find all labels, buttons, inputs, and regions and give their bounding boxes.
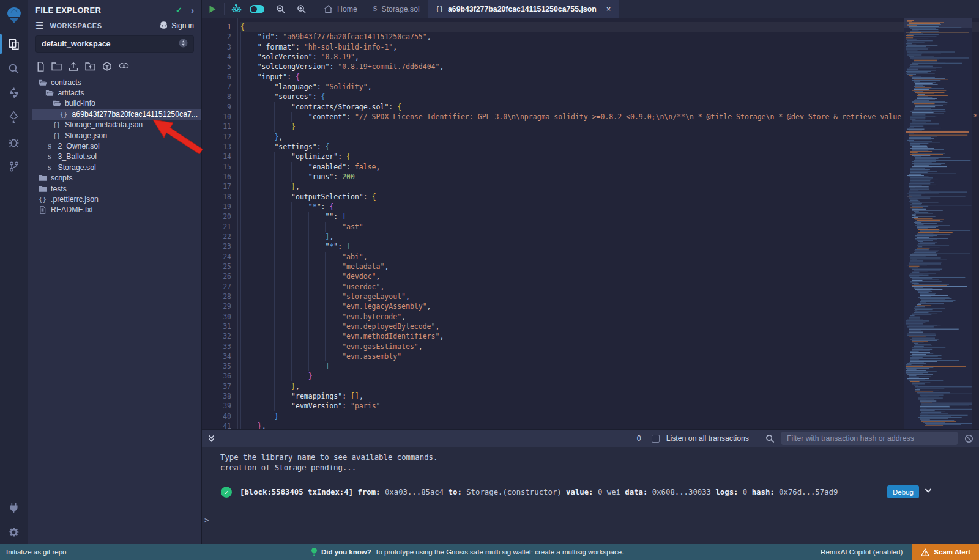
indent-guide <box>274 152 291 161</box>
remix-logo-icon[interactable] <box>0 0 28 32</box>
code-token: { <box>329 202 333 211</box>
collapse-terminal-icon[interactable] <box>207 434 215 443</box>
tree-item-readme-txt[interactable]: README.txt <box>32 205 201 215</box>
tree-item-contracts[interactable]: contracts <box>32 77 201 87</box>
filter-input[interactable] <box>781 432 958 445</box>
zoom-out-icon[interactable] <box>270 0 291 18</box>
workspace-select[interactable]: default_workspace <box>35 35 194 53</box>
sidebar-item-git[interactable] <box>0 154 28 179</box>
code-token: , <box>439 332 444 341</box>
tree-item--prettierrc-json[interactable]: {}.prettierrc.json <box>32 194 201 204</box>
sidebar-item-plugin-manager[interactable] <box>0 495 28 520</box>
indent-guide <box>240 72 258 82</box>
indent-guide <box>274 202 291 212</box>
code-line: "remappings": [], <box>240 391 979 401</box>
code-line: "evm.bytecode", <box>240 312 979 322</box>
tx-segment: 0 wei <box>594 488 625 496</box>
code-token: { <box>372 193 376 201</box>
tree-item-2-owner-sol[interactable]: S2_Owner.sol <box>32 141 201 151</box>
new-folder-icon[interactable] <box>51 62 62 72</box>
code-line: } <box>240 371 979 381</box>
tree-item-storage-metadata-json[interactable]: {}Storage_metadata.json <box>32 120 201 130</box>
indent-guide <box>274 162 291 172</box>
copilot-toggle[interactable] <box>247 0 267 18</box>
sidebar-item-solidity-compiler[interactable] <box>0 81 28 105</box>
indent-guide <box>325 222 342 232</box>
terminal-prompt[interactable]: > <box>204 515 209 525</box>
tree-item-label: Storage.json <box>65 131 107 140</box>
tab-storage-sol[interactable]: SStorage.sol <box>365 0 428 18</box>
line-number: 11 <box>202 122 231 131</box>
tree-item-a69b43f277ba20fcac141151250ca7-[interactable]: {}a69b43f277ba20fcac141151250ca7... <box>32 109 201 119</box>
indent-guide <box>258 212 275 221</box>
tree-item-build-info[interactable]: build-info <box>32 98 201 109</box>
code-line: "outputSelection": { <box>240 192 979 202</box>
copilot-status[interactable]: RemixAI Copilot (enabled) <box>821 548 903 556</box>
code-token: "remappings" <box>291 392 342 400</box>
workspace-sort-icon <box>179 39 188 50</box>
code-editor[interactable]: 1234567891011121314151617181920212223242… <box>202 18 979 429</box>
indent-guide <box>240 52 258 62</box>
sign-in-button[interactable]: Sign in <box>159 21 194 30</box>
zoom-in-icon[interactable] <box>291 0 312 18</box>
listen-all-checkbox[interactable] <box>652 435 660 443</box>
sidebar-item-file-explorer[interactable] <box>0 32 28 56</box>
line-number: 2 <box>202 32 231 42</box>
minimap[interactable] <box>904 18 972 429</box>
hamburger-menu-icon[interactable]: ☰ <box>35 21 43 30</box>
close-tab-icon[interactable]: × <box>606 4 611 13</box>
code-token: { <box>240 23 245 31</box>
indent-guide <box>308 271 326 281</box>
code-token: , <box>435 322 439 331</box>
code-line: "runs": 200 <box>240 172 979 182</box>
tree-item-artifacts[interactable]: artifacts <box>32 87 201 98</box>
status-bar: Initialize as git repo Did you know? To … <box>0 544 979 560</box>
sidebar-item-deploy-and-run[interactable] <box>0 105 28 130</box>
load-cube-icon[interactable] <box>102 62 112 72</box>
code-line: "evm.methodIdentifiers", <box>240 331 979 341</box>
code-token: "runs" <box>308 172 334 181</box>
code-line: "enabled": false, <box>240 162 979 172</box>
sidebar-item-debugger[interactable] <box>0 130 28 154</box>
tree-item-storage-sol[interactable]: SStorage.sol <box>32 162 201 172</box>
sidebar-item-settings[interactable] <box>0 520 28 544</box>
tip-title: Did you know? <box>321 548 371 556</box>
indent-guide <box>258 241 275 251</box>
indent-guide <box>240 401 258 411</box>
home-icon <box>324 5 333 13</box>
clear-console-icon[interactable] <box>964 434 973 443</box>
indent-guide <box>274 172 291 182</box>
chevron-right-icon[interactable]: › <box>191 6 194 15</box>
sidebar-item-search[interactable] <box>0 56 28 81</box>
new-file-icon[interactable] <box>37 62 45 72</box>
transaction-row[interactable]: ✓ [block:5583405 txIndex:4] from: 0xa03.… <box>202 485 979 499</box>
debug-button[interactable]: Debug <box>887 485 919 498</box>
indent-guide <box>291 322 308 331</box>
tree-item-scripts[interactable]: scripts <box>32 173 201 183</box>
line-number: 38 <box>202 391 231 401</box>
terminal[interactable]: Type the library name to see available c… <box>202 447 979 544</box>
git-init-button[interactable]: Initialize as git repo <box>6 548 66 556</box>
scam-alert-button[interactable]: Scam Alert <box>912 544 979 560</box>
tree-item-tests[interactable]: tests <box>32 183 201 194</box>
code-line: "evmVersion": "paris" <box>240 401 979 411</box>
code-line: "userdoc", <box>240 282 979 292</box>
upload-file-icon[interactable] <box>69 62 78 72</box>
tree-item-storage-json[interactable]: {}Storage.json <box>32 130 201 141</box>
code-token: "0.8.19" <box>321 53 355 61</box>
tx-segment: 0x608...30033 <box>647 488 715 496</box>
import-link-icon[interactable] <box>119 62 129 72</box>
expand-tx-icon[interactable] <box>924 486 932 496</box>
upload-folder-icon[interactable] <box>85 62 95 72</box>
indent-guide <box>258 122 275 131</box>
ai-assistant-icon[interactable] <box>226 0 247 18</box>
code-token: , <box>376 163 381 171</box>
tab-a69b43f277ba20fcac141151250ca755-json[interactable]: {}a69b43f277ba20fcac141151250ca755.json× <box>428 0 619 18</box>
code-token: : <box>296 43 304 51</box>
tree-item-3-ballot-sol[interactable]: S3_Ballot.sol <box>32 152 201 162</box>
indent-guide <box>291 312 308 322</box>
run-script-button[interactable] <box>202 0 223 18</box>
tab-home[interactable]: Home <box>316 0 365 18</box>
code-token: : <box>333 172 342 181</box>
github-icon <box>159 21 168 30</box>
